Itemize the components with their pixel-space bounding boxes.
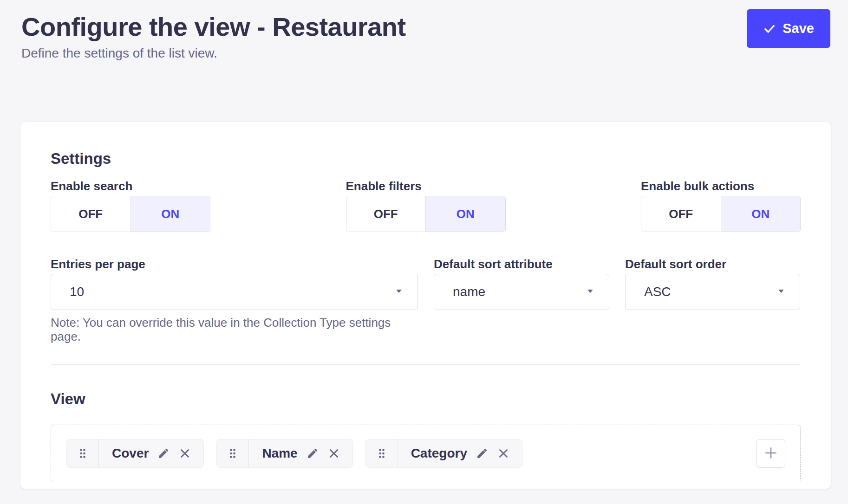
edit-pencil-icon[interactable] xyxy=(476,447,489,460)
field-chip-label: Cover xyxy=(112,446,149,461)
view-section-title: View xyxy=(51,391,801,407)
field-chip-label: Category xyxy=(411,446,467,461)
field-chip-body: Name xyxy=(249,439,352,467)
chevron-down-icon xyxy=(586,286,595,297)
default-sort-attribute-label: Default sort attribute xyxy=(434,258,609,270)
default-sort-attribute-value: name xyxy=(453,284,485,299)
page-subtitle: Define the settings of the list view. xyxy=(0,45,848,61)
default-sort-attribute-field: Default sort attribute name xyxy=(434,258,609,343)
drag-handle-icon[interactable] xyxy=(217,439,249,467)
field-chip-cover: Cover xyxy=(66,439,204,468)
enable-bulk-actions-off-option[interactable]: OFF xyxy=(641,196,721,232)
enable-search-toggle: OFF ON xyxy=(51,196,210,232)
enable-bulk-actions-on-option[interactable]: ON xyxy=(721,196,801,232)
field-chip-name: Name xyxy=(216,439,352,468)
check-icon xyxy=(763,22,776,35)
enable-bulk-actions-label: Enable bulk actions xyxy=(641,180,801,192)
enable-search-on-option[interactable]: ON xyxy=(130,196,210,232)
enable-search-off-option[interactable]: OFF xyxy=(51,196,130,232)
remove-x-icon[interactable] xyxy=(327,447,340,460)
field-layout-dropzone: Cover xyxy=(51,425,801,482)
enable-bulk-actions-toggle: OFF ON xyxy=(641,196,801,232)
settings-section-title: Settings xyxy=(51,151,801,167)
enable-filters-toggle: OFF ON xyxy=(346,196,506,232)
plus-icon xyxy=(763,445,779,462)
settings-card: Settings Enable search OFF ON Enable fil… xyxy=(20,122,831,489)
edit-pencil-icon[interactable] xyxy=(306,447,319,460)
enable-filters-off-option[interactable]: OFF xyxy=(346,196,426,232)
enable-bulk-actions-field: Enable bulk actions OFF ON xyxy=(641,180,801,232)
configure-view-page: Configure the view - Restaurant Define t… xyxy=(0,0,848,504)
selects-row: Entries per page 10 Note: You can overri… xyxy=(51,258,801,343)
field-chip-category: Category xyxy=(365,439,522,468)
chevron-down-icon xyxy=(776,286,786,297)
default-sort-order-select[interactable]: ASC xyxy=(625,274,800,310)
default-sort-order-value: ASC xyxy=(644,284,671,299)
enable-filters-label: Enable filters xyxy=(346,180,506,192)
section-divider xyxy=(51,364,801,365)
remove-x-icon[interactable] xyxy=(497,447,510,460)
field-chip-body: Cover xyxy=(99,439,203,467)
enable-search-label: Enable search xyxy=(51,180,210,192)
toggles-row: Enable search OFF ON Enable filters OFF … xyxy=(51,180,801,232)
save-button-label: Save xyxy=(783,21,814,36)
page-title: Configure the view - Restaurant xyxy=(0,0,848,42)
field-chip-body: Category xyxy=(398,439,522,467)
default-sort-order-label: Default sort order xyxy=(625,258,800,270)
entries-per-page-value: 10 xyxy=(70,284,84,299)
remove-x-icon[interactable] xyxy=(178,447,191,460)
enable-filters-field: Enable filters OFF ON xyxy=(346,180,506,232)
field-chip-label: Name xyxy=(262,446,297,461)
field-chips: Cover xyxy=(66,439,522,468)
drag-handle-icon[interactable] xyxy=(366,439,398,467)
default-sort-order-field: Default sort order ASC xyxy=(625,258,800,343)
entries-per-page-label: Entries per page xyxy=(51,258,418,270)
enable-filters-on-option[interactable]: ON xyxy=(425,196,505,232)
chevron-down-icon xyxy=(394,286,404,297)
enable-search-field: Enable search OFF ON xyxy=(51,180,210,232)
save-button[interactable]: Save xyxy=(747,9,830,48)
add-field-button[interactable] xyxy=(756,439,785,468)
default-sort-attribute-select[interactable]: name xyxy=(434,274,609,310)
drag-handle-icon[interactable] xyxy=(67,439,99,467)
entries-per-page-field: Entries per page 10 Note: You can overri… xyxy=(51,258,418,343)
edit-pencil-icon[interactable] xyxy=(157,447,170,460)
entries-per-page-select[interactable]: 10 xyxy=(51,274,418,310)
entries-per-page-note: Note: You can override this value in the… xyxy=(51,316,418,343)
